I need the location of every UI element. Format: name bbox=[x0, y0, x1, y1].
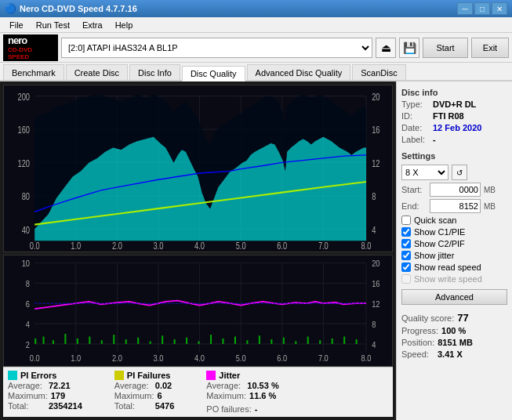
svg-rect-66 bbox=[234, 336, 236, 343]
quick-scan-checkbox[interactable] bbox=[401, 215, 411, 225]
svg-text:12: 12 bbox=[372, 158, 379, 169]
drive-select[interactable]: [2:0] ATAPI iHAS324 A BL1P bbox=[61, 38, 372, 58]
pif-avg-val: 0.02 bbox=[155, 381, 172, 390]
svg-text:2.0: 2.0 bbox=[112, 354, 122, 364]
svg-text:4: 4 bbox=[372, 224, 376, 235]
svg-rect-73 bbox=[319, 340, 321, 344]
save-button[interactable]: 💾 bbox=[399, 38, 419, 58]
id-val: FTI R08 bbox=[433, 111, 464, 121]
pie-total-val: 2354214 bbox=[49, 401, 82, 411]
jitter-avg-key: Average: bbox=[206, 381, 244, 390]
quick-scan-row: Quick scan bbox=[401, 215, 507, 225]
menu-extra[interactable]: Extra bbox=[76, 19, 109, 31]
jitter-max-key: Maximum: bbox=[206, 391, 246, 400]
pi-errors-title: PI Errors bbox=[20, 371, 56, 380]
show-c1pie-row: Show C1/PIE bbox=[401, 227, 507, 237]
menu-file[interactable]: File bbox=[3, 19, 30, 31]
position-key: Position: bbox=[401, 338, 434, 347]
svg-rect-52 bbox=[64, 334, 66, 344]
show-c2pif-checkbox[interactable] bbox=[401, 239, 411, 248]
svg-text:4.0: 4.0 bbox=[194, 354, 205, 364]
svg-rect-61 bbox=[174, 339, 176, 344]
advanced-button[interactable]: Advanced bbox=[401, 289, 507, 305]
show-read-speed-checkbox[interactable] bbox=[401, 262, 411, 272]
start-button[interactable]: Start bbox=[423, 38, 468, 58]
legend-jitter: Jitter Average: 10.53 % Maximum: 11.6 % … bbox=[206, 371, 278, 414]
svg-text:16: 16 bbox=[372, 279, 380, 288]
label-val: - bbox=[433, 135, 436, 144]
svg-rect-59 bbox=[150, 341, 151, 344]
svg-rect-54 bbox=[89, 336, 90, 343]
speed-key: Speed: bbox=[401, 349, 434, 359]
tab-benchmark[interactable]: Benchmark bbox=[3, 64, 64, 80]
date-val: 12 Feb 2020 bbox=[433, 123, 481, 132]
tab-advanced-disc-quality[interactable]: Advanced Disc Quality bbox=[247, 64, 351, 80]
date-key: Date: bbox=[401, 123, 430, 132]
show-jitter-checkbox[interactable] bbox=[401, 251, 411, 260]
bottom-chart: 10 8 6 4 2 20 16 12 8 4 0.0 1.0 2.0 3.0 … bbox=[3, 255, 393, 367]
svg-rect-49 bbox=[34, 339, 36, 344]
jitter-max-val: 11.6 % bbox=[249, 391, 276, 400]
po-failures-label: PO failures: bbox=[206, 404, 251, 414]
tab-disc-quality[interactable]: Disc Quality bbox=[182, 66, 245, 81]
end-unit: MB bbox=[484, 202, 496, 211]
exit-button[interactable]: Exit bbox=[471, 38, 509, 58]
disc-info-label: Disc info bbox=[401, 88, 507, 97]
pif-max-key: Maximum: bbox=[114, 391, 154, 400]
top-chart: 200 160 120 80 40 20 16 12 8 4 0.0 1.0 2… bbox=[3, 85, 393, 252]
svg-rect-50 bbox=[43, 336, 45, 343]
eject-button[interactable]: ⏏ bbox=[376, 38, 396, 58]
pie-avg-key: Average: bbox=[8, 381, 45, 390]
speed-select[interactable]: 8 X bbox=[401, 165, 448, 180]
svg-rect-62 bbox=[186, 338, 187, 344]
progress-row: Progress: 100 % bbox=[401, 326, 507, 335]
svg-rect-53 bbox=[77, 339, 78, 344]
pif-avg-key: Average: bbox=[114, 381, 152, 390]
toolbar: nero CD-DVD SPEED [2:0] ATAPI iHAS324 A … bbox=[0, 33, 512, 63]
svg-text:8.0: 8.0 bbox=[361, 241, 372, 252]
tab-create-disc[interactable]: Create Disc bbox=[66, 64, 128, 80]
menu-run-test[interactable]: Run Test bbox=[30, 19, 76, 31]
end-label: End: bbox=[401, 201, 427, 211]
svg-rect-35 bbox=[4, 255, 392, 366]
maximize-button[interactable]: □ bbox=[474, 2, 490, 15]
start-input[interactable] bbox=[430, 183, 481, 197]
svg-rect-58 bbox=[137, 338, 139, 344]
start-row: Start: MB bbox=[401, 183, 507, 197]
svg-text:4: 4 bbox=[26, 320, 31, 329]
show-c1pie-checkbox[interactable] bbox=[401, 227, 411, 237]
app-icon: 🔵 bbox=[5, 3, 16, 14]
close-button[interactable]: ✕ bbox=[492, 2, 507, 15]
show-write-speed-checkbox bbox=[401, 274, 411, 284]
pi-failures-title: PI Failures bbox=[127, 371, 171, 380]
svg-rect-57 bbox=[125, 339, 127, 344]
id-key: ID: bbox=[401, 111, 430, 121]
svg-text:1.0: 1.0 bbox=[71, 241, 81, 252]
svg-text:7.0: 7.0 bbox=[318, 354, 329, 364]
menu-help[interactable]: Help bbox=[109, 19, 140, 31]
svg-text:120: 120 bbox=[18, 158, 30, 169]
minimize-button[interactable]: ─ bbox=[457, 2, 473, 15]
svg-text:4.0: 4.0 bbox=[194, 241, 205, 252]
svg-text:200: 200 bbox=[18, 92, 30, 103]
jitter-color bbox=[206, 371, 216, 380]
svg-rect-63 bbox=[198, 341, 200, 344]
show-c1pie-label: Show C1/PIE bbox=[414, 227, 465, 237]
svg-text:16: 16 bbox=[372, 125, 379, 136]
svg-text:10: 10 bbox=[22, 259, 31, 268]
pi-failures-color bbox=[114, 371, 124, 380]
speed-val: 3.41 X bbox=[438, 349, 463, 359]
tab-scandisc[interactable]: ScanDisc bbox=[352, 64, 405, 80]
end-input[interactable] bbox=[430, 199, 481, 213]
refresh-button[interactable]: ↺ bbox=[452, 165, 467, 180]
svg-rect-60 bbox=[162, 335, 163, 344]
po-failures-val: - bbox=[255, 404, 258, 414]
svg-text:2.0: 2.0 bbox=[112, 241, 122, 252]
menu-bar: File Run Test Extra Help bbox=[0, 17, 512, 33]
progress-val: 100 % bbox=[441, 326, 466, 335]
pif-total-key: Total: bbox=[114, 401, 152, 411]
svg-text:8: 8 bbox=[372, 320, 376, 329]
quick-scan-label: Quick scan bbox=[414, 215, 456, 225]
tab-disc-info[interactable]: Disc Info bbox=[129, 64, 180, 80]
progress-key: Progress: bbox=[401, 326, 438, 335]
